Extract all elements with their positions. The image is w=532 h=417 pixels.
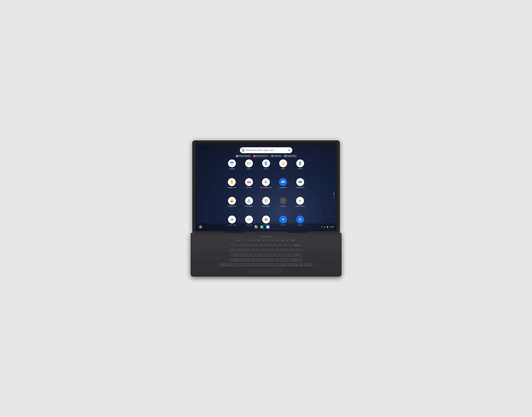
key-ctrl-left[interactable]: ctrl (219, 263, 226, 267)
touchpad[interactable] (250, 268, 282, 273)
shortcut-maps[interactable]: Google Maps (283, 155, 297, 157)
key-minus[interactable]: - (282, 243, 287, 247)
key-v[interactable]: v (256, 258, 260, 262)
key-c[interactable]: c (251, 258, 255, 262)
key-alt-right[interactable]: alt (280, 263, 287, 267)
key-e[interactable]: e (246, 248, 250, 252)
key-2[interactable]: 2 (240, 243, 244, 247)
app-drive[interactable]: Google Drive (227, 196, 237, 214)
key-backspace[interactable]: backspace (292, 243, 302, 247)
key-q[interactable]: q (237, 248, 241, 252)
key-shift-left[interactable]: shift (230, 258, 241, 262)
key-x[interactable]: x (246, 258, 251, 262)
key-8[interactable]: 8 (268, 243, 272, 247)
app-youtube[interactable]: YouTube (244, 177, 254, 195)
app-playmovies[interactable]: Play Movies & TV (259, 177, 273, 195)
app-calendar[interactable]: 31 Calendar (227, 158, 237, 177)
key-rbracket[interactable]: ] (289, 248, 293, 252)
key-shift-right[interactable]: shift (289, 258, 302, 262)
shortcut-calendar[interactable]: 31 Google Calendar (235, 155, 251, 157)
app-photos[interactable]: Google Photos (294, 196, 306, 214)
key-o[interactable]: o (275, 248, 279, 252)
clock[interactable]: 12:30 (330, 226, 334, 228)
taskbar-files[interactable] (266, 225, 270, 229)
key-t[interactable]: t (256, 248, 260, 252)
key-brightness-up[interactable]: ☼+ (271, 238, 275, 242)
key-space[interactable] (234, 263, 280, 267)
app-meet[interactable]: Google Meet (295, 177, 305, 195)
key-k[interactable]: k (273, 253, 277, 257)
key-s[interactable]: s (244, 253, 248, 257)
launcher-button[interactable] (198, 225, 203, 229)
key-lbracket[interactable]: [ (284, 248, 288, 252)
page-dot-2[interactable] (333, 195, 334, 196)
key-arrow-down[interactable]: ▼ (304, 263, 308, 267)
key-9[interactable]: 9 (273, 243, 277, 247)
key-y[interactable]: y (260, 248, 265, 252)
key-4[interactable]: 4 (249, 243, 253, 247)
key-semicolon[interactable]: ; (282, 253, 286, 257)
taskbar-playstore[interactable] (260, 225, 264, 229)
key-7[interactable]: 7 (263, 243, 268, 247)
key-esc[interactable]: esc (235, 238, 242, 242)
key-f[interactable]: f (254, 253, 258, 257)
pencil-icon[interactable]: ✏ (321, 226, 323, 228)
key-arrow-right[interactable]: ▶ (309, 263, 313, 267)
key-back[interactable]: ← (242, 238, 247, 242)
key-arrow-left[interactable]: ◀ (294, 263, 299, 267)
key-quote[interactable]: ' (287, 253, 291, 257)
key-enter[interactable]: enter (292, 253, 301, 257)
app-docs[interactable]: Docs (261, 158, 271, 177)
key-n[interactable]: n (265, 258, 270, 262)
key-r[interactable]: r (251, 248, 255, 252)
key-refresh[interactable]: ↻ (252, 238, 256, 242)
key-u[interactable]: u (265, 248, 269, 252)
key-arrow-up[interactable]: ▲ (299, 263, 303, 267)
key-g[interactable]: g (258, 253, 263, 257)
key-vol-down[interactable]: 🔉 (281, 238, 285, 242)
key-3[interactable]: 3 (244, 243, 249, 247)
key-b[interactable]: b (261, 258, 265, 262)
key-z[interactable]: z (242, 258, 246, 262)
key-power[interactable]: ⏻ (290, 238, 297, 242)
key-vol-up[interactable]: 🔊 (285, 238, 290, 242)
key-p[interactable]: p (279, 248, 284, 252)
key-caps[interactable]: a (231, 253, 239, 257)
app-playgames[interactable]: Play Games (244, 196, 254, 214)
key-h[interactable]: h (263, 253, 267, 257)
key-5[interactable]: 5 (254, 243, 258, 247)
key-overview[interactable]: ⊞ (261, 238, 266, 242)
key-0[interactable]: 0 (278, 243, 282, 247)
key-a[interactable]: a (239, 253, 244, 257)
key-j[interactable]: j (268, 253, 272, 257)
key-period[interactable]: . (280, 258, 284, 262)
key-ctrl-right[interactable]: ctrl (287, 263, 294, 267)
shortcut-playstore[interactable]: Play Store (270, 155, 282, 157)
key-fullscreen[interactable]: ⛶ (257, 238, 261, 242)
key-backslash[interactable]: \ (294, 248, 303, 252)
page-dot-1[interactable] (333, 193, 334, 194)
taskbar-chrome[interactable] (254, 225, 258, 229)
key-alt-left[interactable]: alt (227, 263, 233, 267)
app-slides[interactable]: Slides (278, 158, 288, 177)
key-m[interactable]: m (270, 258, 274, 262)
key-brightness-down[interactable]: ☼- (266, 238, 271, 242)
key-slash[interactable]: / (284, 258, 289, 262)
key-comma[interactable]: , (275, 258, 279, 262)
key-mute[interactable]: 🔇 (276, 238, 280, 242)
key-6[interactable]: 6 (259, 243, 263, 247)
app-playbooks[interactable]: Play Books (261, 196, 271, 214)
key-tab[interactable]: tab (229, 248, 236, 252)
key-equals[interactable]: = (287, 243, 291, 247)
page-dot-3[interactable] (333, 197, 334, 198)
key-l[interactable]: l (277, 253, 282, 257)
app-sheets[interactable]: Sheets (295, 158, 305, 177)
app-camera[interactable]: Camera (278, 196, 288, 214)
key-d[interactable]: d (249, 253, 253, 257)
search-bar[interactable]: Search your device, apps, web... (240, 147, 292, 153)
app-gmail[interactable]: Gmail (244, 158, 254, 177)
key-i[interactable]: i (270, 248, 274, 252)
key-w[interactable]: w (241, 248, 246, 252)
app-duo[interactable]: Google Duo (278, 177, 288, 195)
key-forward[interactable]: → (247, 238, 251, 242)
